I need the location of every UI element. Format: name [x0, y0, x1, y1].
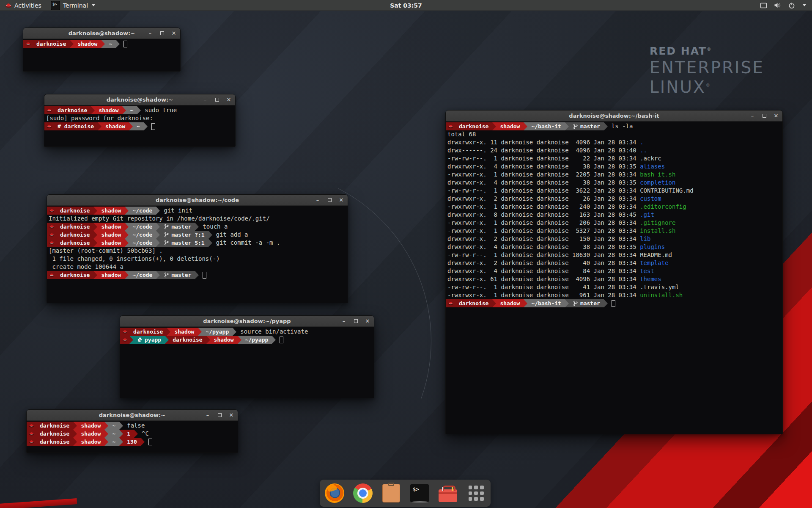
logo-enterprise: ENTERPRISE: [650, 58, 764, 77]
red-hat-icon: [49, 224, 55, 229]
filename: .: [640, 139, 643, 146]
terminal-body[interactable]: darknoiseshadow~: [23, 39, 180, 71]
terminal-cursor: [203, 272, 206, 279]
prompt-segment-user: darknoise: [129, 328, 167, 336]
prompt-segment-host: shadow: [97, 239, 125, 247]
terminal-body[interactable]: darknoiseshadow~/pyappsource bin/activat…: [120, 327, 374, 398]
terminal-body[interactable]: darknoiseshadow~falsedarknoiseshadow~1^C…: [27, 421, 238, 453]
prompt-segment-label: shadow: [101, 207, 121, 215]
filename: template: [640, 260, 668, 266]
powerline-arrow-icon: [125, 271, 129, 279]
app-menu-terminal[interactable]: $> Terminal: [47, 0, 99, 11]
prompt-segment-path: ~/code: [129, 207, 156, 215]
powerline-arrow-icon: [272, 336, 276, 344]
powerline-arrow-icon: [98, 122, 102, 130]
maximize-button[interactable]: [761, 113, 767, 119]
window-titlebar[interactable]: darknoise@shadow:~/pyapp–✕: [120, 316, 374, 327]
minimize-button[interactable]: –: [341, 318, 347, 324]
filename: ..: [640, 147, 647, 154]
close-button[interactable]: ✕: [773, 113, 779, 119]
window-titlebar[interactable]: darknoise@shadow:~–✕: [27, 410, 238, 421]
prompt-segment-path: ~: [126, 106, 137, 114]
minimize-button[interactable]: –: [749, 113, 755, 119]
command-text: git init: [164, 207, 192, 215]
close-button[interactable]: ✕: [228, 412, 234, 418]
window-buttons: –✕: [205, 410, 234, 420]
maximize-button[interactable]: [217, 412, 222, 418]
prompt-line: darknoiseshadow~/codemastertouch a: [47, 223, 348, 231]
window-title: darknoise@shadow:~/code: [156, 197, 239, 203]
prompt-segment-user: # darknoise: [54, 122, 98, 130]
minimize-button[interactable]: –: [315, 197, 321, 203]
prompt-segment-label: darknoise: [58, 106, 87, 114]
terminal-body[interactable]: darknoiseshadow~sudo true[sudo] password…: [44, 105, 235, 146]
close-button[interactable]: ✕: [226, 97, 232, 102]
window-buttons: –✕: [202, 94, 232, 105]
dock-toolbox-icon[interactable]: [438, 483, 458, 503]
powerline-arrow-icon: [156, 239, 160, 247]
maximize-button[interactable]: [353, 318, 359, 324]
prompt-segment-path: ~/bash-it: [527, 299, 565, 307]
prompt-segment-hat: [44, 106, 54, 114]
terminal-body[interactable]: darknoiseshadow~/codegit initInitialized…: [47, 206, 348, 303]
output-line: drwxrwxr-x. 2 darknoise darknoise 26 Jan…: [446, 195, 782, 203]
git-branch-icon: [573, 301, 578, 306]
terminal-body[interactable]: darknoiseshadow~/bash-itmasterls -latota…: [446, 121, 782, 434]
maximize-button[interactable]: [326, 197, 332, 203]
prompt-segment-hat: [47, 239, 56, 247]
powerline-arrow-icon: [93, 231, 97, 239]
output-line: drwxrwxr-x. 8 darknoise darknoise 163 Ja…: [446, 211, 782, 219]
close-button[interactable]: ✕: [365, 318, 370, 324]
display-icon[interactable]: [760, 3, 767, 8]
powerline-arrow-icon: [70, 40, 74, 48]
maximize-button[interactable]: [214, 97, 220, 102]
prompt-segment-path: ~/code: [129, 239, 156, 247]
filename: README.md: [640, 251, 672, 258]
minimize-button[interactable]: –: [147, 30, 153, 36]
maximize-button[interactable]: [159, 30, 165, 36]
minimize-button[interactable]: –: [202, 97, 208, 102]
close-button[interactable]: ✕: [171, 30, 177, 36]
terminal-window-pyapp: darknoise@shadow:~/pyapp–✕darknoiseshado…: [120, 315, 374, 398]
power-icon[interactable]: [788, 2, 795, 9]
powerline-arrow-icon: [125, 239, 129, 247]
prompt-segment-label: ~/code: [132, 207, 152, 215]
prompt-segment-label: ~/bash-it: [531, 122, 561, 130]
dock-terminal-icon[interactable]: $>: [410, 483, 429, 503]
filename: plugins: [640, 243, 665, 250]
prompt-segment-hat: [47, 223, 56, 231]
volume-icon[interactable]: [774, 2, 782, 8]
dock-firefox-icon[interactable]: [325, 483, 344, 503]
window-titlebar[interactable]: darknoise@shadow:~/bash-it–✕: [446, 110, 782, 121]
powerline-arrow-icon: [129, 336, 133, 344]
powerline-arrow-icon: [206, 336, 210, 344]
dock-file-cabinet-icon[interactable]: [381, 483, 401, 503]
window-titlebar[interactable]: darknoise@shadow:~/code–✕: [47, 195, 348, 206]
filename: custom: [640, 195, 661, 202]
prompt-segment-label: master: [171, 223, 191, 231]
prompt-segment-label: ~/code: [132, 239, 152, 247]
prompt-segment-label: ~/code: [132, 271, 152, 279]
window-titlebar[interactable]: darknoise@shadow:~–✕: [44, 94, 235, 105]
system-menu-caret-icon[interactable]: [803, 4, 806, 6]
powerline-arrow-icon: [116, 40, 120, 48]
powerline-arrow-icon: [93, 271, 97, 279]
prompt-segment-label: darknoise: [40, 422, 69, 430]
powerline-arrow-icon: [93, 207, 97, 215]
clock-label[interactable]: Sat 03:57: [390, 2, 422, 9]
minimize-button[interactable]: –: [205, 412, 211, 418]
output-line: drwxrwxr-x. 61 darknoise darknoise 4096 …: [446, 275, 782, 283]
prompt-segment-label: ~/bash-it: [531, 299, 561, 307]
dock-app-grid-icon[interactable]: [466, 483, 486, 503]
close-button[interactable]: ✕: [338, 197, 344, 203]
output-line: drwx------. 24 darknoise darknoise 4096 …: [446, 146, 782, 155]
prompt-segment-label: 1: [127, 430, 130, 438]
prompt-segment-label: master: [580, 122, 600, 130]
prompt-segment-hat: [27, 430, 36, 438]
dock-chrome-icon[interactable]: [353, 483, 373, 503]
activities-button[interactable]: Activities: [0, 0, 47, 11]
prompt-segment-label: darknoise: [60, 231, 90, 239]
window-titlebar[interactable]: darknoise@shadow:~–✕: [23, 28, 180, 39]
powerline-arrow-icon: [208, 231, 212, 239]
powerline-arrow-icon: [91, 106, 95, 114]
